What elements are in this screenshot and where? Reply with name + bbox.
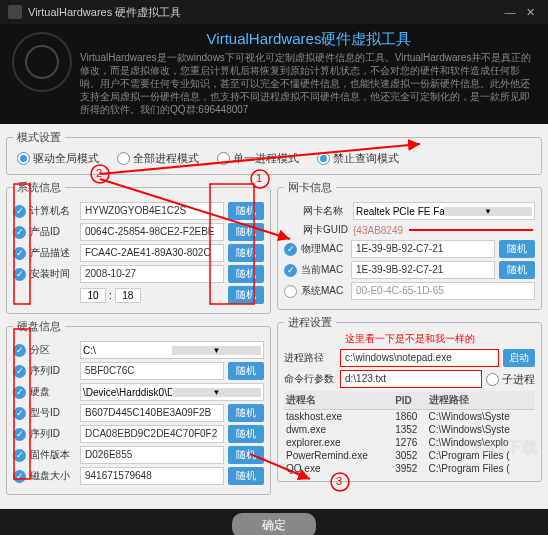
check-desc[interactable] xyxy=(13,247,26,260)
product-desc-field[interactable]: FCA4C-2AE41-89A30-802C xyxy=(80,244,224,262)
start-button[interactable]: 启动 xyxy=(503,349,535,367)
disk-info: 硬盘信息 分区C:\▼ 序列ID5BF0C76C随机 硬盘\Device\Har… xyxy=(6,319,271,495)
check-cmac[interactable] xyxy=(284,264,297,277)
cmac-field[interactable]: 1E-39-9B-92-C7-21 xyxy=(351,261,495,279)
guid-value: {43AB8249 xyxy=(353,225,403,236)
random-time[interactable]: 随机 xyxy=(228,286,264,304)
seq-field[interactable]: DCA08EBD9C2DE4C70F0F2 xyxy=(80,425,224,443)
process-path-field[interactable]: c:\windows\notepad.exe xyxy=(340,349,499,367)
mode-driver-global[interactable]: 驱动全局模式 xyxy=(17,151,99,166)
check-fw[interactable] xyxy=(13,449,26,462)
check-smac[interactable] xyxy=(284,285,297,298)
app-icon xyxy=(8,5,22,19)
annotation-note: 这里看一下是不是和我一样的 xyxy=(284,332,535,346)
check-seq[interactable] xyxy=(13,428,26,441)
random-serial[interactable]: 随机 xyxy=(228,362,264,380)
system-info: 系统信息 计算机名HYWZ0GYOB4E1C2S随机 产品ID0064C-258… xyxy=(6,180,271,314)
table-row[interactable]: taskhost.exe1860C:\Windows\Syste xyxy=(284,410,535,424)
mode-all-process[interactable]: 全部进程模式 xyxy=(117,151,199,166)
table-row[interactable]: dwm.exe1352C:\Windows\Syste xyxy=(284,423,535,436)
table-row[interactable]: QQ.exe3952C:\Program Files ( xyxy=(284,462,535,475)
random-model[interactable]: 随机 xyxy=(228,404,264,422)
disk-select[interactable]: \Device\Harddisk0\DR0▼ xyxy=(80,383,264,401)
check-model[interactable] xyxy=(13,407,26,420)
chevron-down-icon: ▼ xyxy=(172,388,261,397)
mode-settings: 模式设置 驱动全局模式 全部进程模式 单一进程模式 禁止查询模式 xyxy=(6,130,542,175)
smac-field[interactable]: 00-E0-4C-65-1D-65 xyxy=(351,282,535,300)
check-computer[interactable] xyxy=(13,205,26,218)
minimize-button[interactable]: — xyxy=(500,6,520,18)
computer-name-field[interactable]: HYWZ0GYOB4E1C2S xyxy=(80,202,224,220)
process-table: 进程名PID进程路径 taskhost.exe1860C:\Windows\Sy… xyxy=(284,391,535,475)
child-process-check[interactable]: 子进程 xyxy=(486,372,535,387)
app-description: VirtualHardwares是一款windows下可视化可定制虚拟硬件信息的… xyxy=(80,51,538,116)
logo-icon xyxy=(12,32,72,92)
nic-select[interactable]: Realtek PCIe FE Family Controller▼ xyxy=(353,202,535,220)
ok-button[interactable]: 确定 xyxy=(232,513,316,535)
check-size[interactable] xyxy=(13,470,26,483)
check-part[interactable] xyxy=(13,344,26,357)
random-cmac[interactable]: 随机 xyxy=(499,261,535,279)
random-seq[interactable]: 随机 xyxy=(228,425,264,443)
partition-select[interactable]: C:\▼ xyxy=(80,341,264,359)
table-row[interactable]: PowerRemind.exe3052C:\Program Files ( xyxy=(284,449,535,462)
check-pmac[interactable] xyxy=(284,243,297,256)
table-row[interactable]: explorer.exe1276C:\Windows\explo xyxy=(284,436,535,449)
install-min[interactable] xyxy=(115,288,141,303)
mode-forbid-query[interactable]: 禁止查询模式 xyxy=(317,151,399,166)
process-settings: 进程设置 这里看一下是不是和我一样的 进程路径c:\windows\notepa… xyxy=(277,315,542,482)
window-title: VirtualHardwares 硬件虚拟工具 xyxy=(28,5,181,20)
cmdline-field[interactable]: d:\123.txt xyxy=(340,370,482,388)
random-computer[interactable]: 随机 xyxy=(228,202,264,220)
install-date-field[interactable]: 2008-10-27 xyxy=(80,265,224,283)
check-install[interactable] xyxy=(13,268,26,281)
random-size[interactable]: 随机 xyxy=(228,467,264,485)
pmac-field[interactable]: 1E-39-9B-92-C7-21 xyxy=(351,240,495,258)
close-button[interactable]: ✕ xyxy=(520,6,540,19)
app-title: VirtualHardwares硬件虚拟工具 xyxy=(80,30,538,49)
model-field[interactable]: B607D445C140BE3A09F2B xyxy=(80,404,224,422)
random-product[interactable]: 随机 xyxy=(228,223,264,241)
fw-field[interactable]: D026E855 xyxy=(80,446,224,464)
random-install[interactable]: 随机 xyxy=(228,265,264,283)
mode-single-process[interactable]: 单一进程模式 xyxy=(217,151,299,166)
network-info: 网卡信息 网卡名称Realtek PCIe FE Family Controll… xyxy=(277,180,542,310)
check-serial[interactable] xyxy=(13,365,26,378)
random-pmac[interactable]: 随机 xyxy=(499,240,535,258)
install-hour[interactable] xyxy=(80,288,106,303)
chevron-down-icon: ▼ xyxy=(172,346,261,355)
product-id-field[interactable]: 0064C-25854-98CE2-F2EBE xyxy=(80,223,224,241)
size-field[interactable]: 941671579648 xyxy=(80,467,224,485)
check-disk[interactable] xyxy=(13,386,26,399)
check-product[interactable] xyxy=(13,226,26,239)
mode-legend: 模式设置 xyxy=(13,130,65,145)
random-desc[interactable]: 随机 xyxy=(228,244,264,262)
serial-field[interactable]: 5BF0C76C xyxy=(80,362,224,380)
chevron-down-icon: ▼ xyxy=(444,207,532,216)
random-fw[interactable]: 随机 xyxy=(228,446,264,464)
